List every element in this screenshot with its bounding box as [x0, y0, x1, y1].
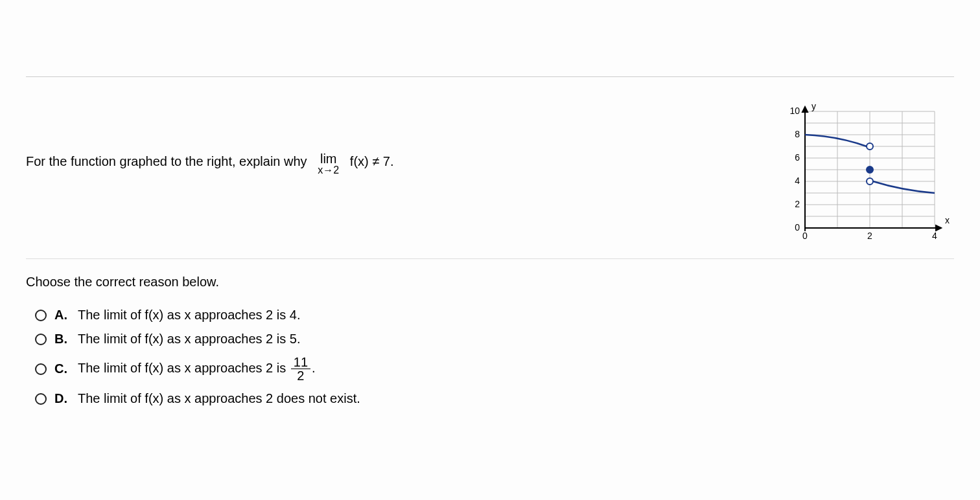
ytick-6: 6 — [795, 152, 800, 163]
option-d-text: The limit of f(x) as x approaches 2 does… — [78, 391, 360, 406]
question-after-lim: f(x) ≠ 7. — [350, 154, 394, 168]
radio-a[interactable] — [35, 310, 47, 321]
question-row: For the function graphed to the right, e… — [26, 95, 954, 251]
options-list: A. The limit of f(x) as x approaches 2 i… — [26, 308, 954, 406]
choose-prompt: Choose the correct reason below. — [26, 275, 954, 290]
radio-c[interactable] — [35, 363, 47, 375]
question-prefix: For the function graphed to the right, e… — [26, 154, 307, 168]
x-axis-label: x — [945, 215, 950, 225]
option-a[interactable]: A. The limit of f(x) as x approaches 2 i… — [35, 308, 954, 323]
ytick-4: 4 — [795, 176, 800, 186]
curve-right — [873, 181, 935, 193]
graph: 10 8 6 4 2 0 0 2 4 y x — [786, 102, 954, 251]
option-a-label: A. — [54, 308, 70, 323]
divider-top — [26, 76, 954, 77]
option-c-label: C. — [54, 361, 70, 376]
ytick-10: 10 — [789, 106, 800, 116]
option-d-label: D. — [54, 391, 70, 406]
radio-b[interactable] — [35, 334, 47, 345]
closed-point-2-5 — [867, 166, 873, 173]
option-d[interactable]: D. The limit of f(x) as x approaches 2 d… — [35, 391, 954, 406]
curve-left — [805, 135, 867, 146]
ytick-8: 8 — [795, 129, 800, 139]
xtick-4: 4 — [932, 231, 937, 241]
option-a-text: The limit of f(x) as x approaches 2 is 4… — [78, 308, 300, 323]
svg-marker-17 — [936, 225, 941, 231]
radio-d[interactable] — [35, 393, 47, 405]
limit-expression: lim x→2 — [318, 152, 339, 176]
option-b[interactable]: B. The limit of f(x) as x approaches 2 i… — [35, 332, 954, 347]
ytick-2: 2 — [795, 199, 800, 209]
svg-marker-19 — [802, 107, 808, 112]
page: For the function graphed to the right, e… — [0, 76, 980, 406]
divider-mid — [26, 258, 954, 259]
option-c-suffix: . — [312, 361, 316, 375]
fraction-den: 2 — [291, 369, 310, 382]
question-text: For the function graphed to the right, e… — [26, 95, 773, 176]
ytick-0: 0 — [795, 222, 800, 233]
graph-svg: 10 8 6 4 2 0 0 2 4 y x — [786, 102, 954, 251]
open-point-2-4 — [867, 178, 873, 185]
option-c-prefix: The limit of f(x) as x approaches 2 is — [78, 361, 290, 375]
lim-word: lim — [318, 152, 339, 165]
lim-sub: x→2 — [318, 165, 339, 176]
y-axis-label: y — [811, 102, 816, 111]
open-point-2-7 — [867, 143, 873, 150]
fraction-num: 11 — [291, 356, 310, 369]
option-b-label: B. — [54, 332, 70, 347]
option-c-text: The limit of f(x) as x approaches 2 is 1… — [78, 356, 316, 382]
option-b-text: The limit of f(x) as x approaches 2 is 5… — [78, 332, 300, 347]
option-c[interactable]: C. The limit of f(x) as x approaches 2 i… — [35, 356, 954, 382]
fraction-11-2: 112 — [291, 356, 310, 382]
xtick-2: 2 — [867, 231, 872, 241]
xtick-0: 0 — [802, 231, 808, 241]
